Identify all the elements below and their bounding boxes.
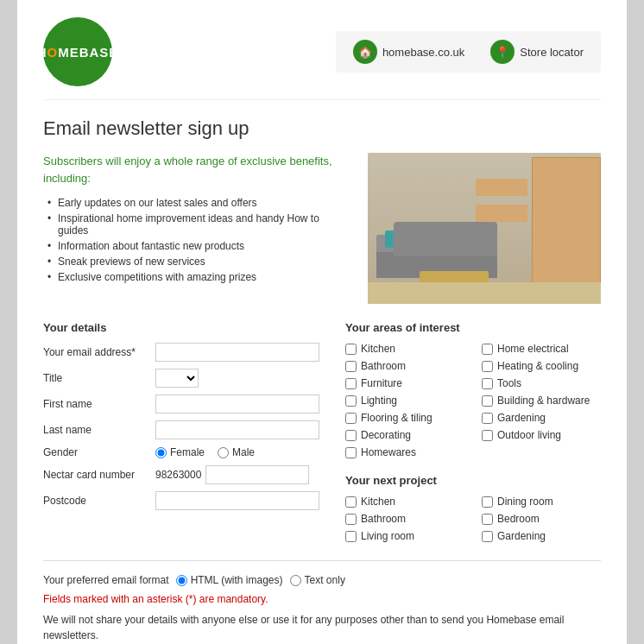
project-kitchen: Kitchen bbox=[345, 496, 464, 508]
email-label: Your email address* bbox=[43, 346, 155, 358]
html-format-radio[interactable] bbox=[176, 575, 187, 586]
email-row: Your email address* bbox=[43, 343, 319, 362]
main-content: Subscribers will enjoy a whole range of … bbox=[43, 153, 601, 321]
interest-tools: Tools bbox=[482, 377, 601, 389]
decorating-checkbox[interactable] bbox=[345, 430, 357, 441]
project-bathroom: Bathroom bbox=[345, 513, 464, 525]
flooring-label: Flooring & tiling bbox=[361, 412, 432, 424]
store-locator-icon: 📍 bbox=[490, 40, 515, 64]
home-electrical-label: Home electrical bbox=[497, 343, 569, 355]
homebase-link[interactable]: 🏠 homebase.co.uk bbox=[353, 40, 464, 64]
privacy-text: We will not share your details with anyo… bbox=[43, 612, 601, 643]
page-container: HOMEBASE 🏠 homebase.co.uk 📍 Store locato… bbox=[17, 0, 627, 644]
project-dining-label: Dining room bbox=[497, 496, 553, 508]
header: HOMEBASE 🏠 homebase.co.uk 📍 Store locato… bbox=[43, 17, 601, 100]
heating-checkbox[interactable] bbox=[482, 361, 493, 372]
interest-kitchen: Kitchen bbox=[345, 343, 464, 355]
mandatory-text: Fields marked with an asterisk (*) are m… bbox=[43, 593, 601, 605]
tools-checkbox[interactable] bbox=[482, 378, 493, 389]
project-bedroom: Bedroom bbox=[482, 513, 601, 525]
interest-bathroom: Bathroom bbox=[345, 360, 464, 372]
nectar-row: Nectar card number 98263000 bbox=[43, 465, 319, 484]
gender-male-label: Male bbox=[232, 446, 255, 458]
project-dining-checkbox[interactable] bbox=[482, 496, 493, 508]
right-section bbox=[368, 153, 601, 321]
outdoor-checkbox[interactable] bbox=[482, 430, 493, 441]
homewares-checkbox[interactable] bbox=[345, 447, 357, 458]
project-col-1: Kitchen Bathroom Living room bbox=[345, 496, 464, 547]
text-format-radio[interactable] bbox=[290, 575, 301, 586]
page-title: Email newsletter sign up bbox=[43, 117, 601, 140]
text-format-label: Text only bbox=[305, 574, 345, 586]
lastname-input[interactable] bbox=[155, 420, 319, 439]
building-checkbox[interactable] bbox=[482, 395, 493, 407]
bathroom-checkbox[interactable] bbox=[345, 361, 357, 372]
homewares-label: Homewares bbox=[361, 446, 416, 458]
your-areas-title: Your areas of interest bbox=[345, 321, 601, 334]
left-section: Subscribers will enjoy a whole range of … bbox=[43, 153, 350, 321]
project-living-room-checkbox[interactable] bbox=[345, 531, 357, 542]
lastname-row: Last name bbox=[43, 420, 319, 439]
flooring-checkbox[interactable] bbox=[345, 413, 357, 424]
your-details-section: Your details Your email address* Title M… bbox=[43, 321, 319, 547]
interest-home-electrical: Home electrical bbox=[482, 343, 601, 355]
nectar-field-group: 98263000 bbox=[155, 465, 309, 484]
tools-label: Tools bbox=[497, 377, 521, 389]
gender-male-option[interactable]: Male bbox=[218, 446, 255, 458]
project-dining: Dining room bbox=[482, 496, 601, 508]
gender-female-option[interactable]: Female bbox=[155, 446, 205, 458]
project-living-room-label: Living room bbox=[361, 530, 414, 542]
homebase-icon: 🏠 bbox=[353, 40, 377, 64]
gender-male-radio[interactable] bbox=[218, 447, 229, 458]
home-electrical-checkbox[interactable] bbox=[482, 344, 493, 355]
intro-text: Subscribers will enjoy a whole range of … bbox=[43, 153, 350, 186]
project-living-room: Living room bbox=[345, 530, 464, 542]
text-format-option[interactable]: Text only bbox=[290, 574, 345, 586]
postcode-input[interactable] bbox=[155, 491, 319, 510]
logo-text: HOMEBASE bbox=[37, 45, 119, 60]
firstname-input[interactable] bbox=[155, 395, 319, 414]
project-col-2: Dining room Bedroom Gardening bbox=[482, 496, 601, 547]
gender-female-radio[interactable] bbox=[155, 447, 167, 458]
interest-furniture: Furniture bbox=[345, 377, 464, 389]
header-links: 🏠 homebase.co.uk 📍 Store locator bbox=[336, 31, 601, 73]
email-format-row: Your preferred email format HTML (with i… bbox=[43, 574, 601, 586]
interest-outdoor: Outdoor living bbox=[482, 429, 601, 441]
lighting-label: Lighting bbox=[361, 395, 397, 407]
logo[interactable]: HOMEBASE bbox=[43, 17, 112, 86]
benefit-2: Inspirational home improvement ideas and… bbox=[47, 211, 350, 238]
nectar-prefix: 98263000 bbox=[155, 469, 201, 481]
gender-label: Gender bbox=[43, 446, 155, 458]
firstname-label: First name bbox=[43, 398, 155, 410]
gardening-label: Gardening bbox=[497, 412, 546, 424]
title-select[interactable]: Mr Mrs Ms Dr bbox=[155, 369, 199, 388]
decorating-label: Decorating bbox=[361, 429, 411, 441]
your-details-title: Your details bbox=[43, 321, 319, 334]
project-bathroom-checkbox[interactable] bbox=[345, 514, 357, 525]
benefit-3: Information about fantastic new products bbox=[47, 238, 350, 254]
gender-female-label: Female bbox=[170, 446, 205, 458]
gender-row: Gender Female Male bbox=[43, 446, 319, 458]
interest-col-2: Home electrical Heating & cooling Tools … bbox=[482, 343, 601, 464]
kitchen-checkbox[interactable] bbox=[345, 344, 357, 355]
title-label: Title bbox=[43, 372, 155, 384]
nectar-input[interactable] bbox=[205, 465, 309, 484]
interest-heating: Heating & cooling bbox=[482, 360, 601, 372]
lastname-label: Last name bbox=[43, 424, 155, 436]
benefits-list: Early updates on our latest sales and of… bbox=[43, 195, 350, 285]
project-bedroom-checkbox[interactable] bbox=[482, 514, 493, 525]
firstname-row: First name bbox=[43, 395, 319, 414]
project-bedroom-label: Bedroom bbox=[497, 513, 540, 525]
furniture-checkbox[interactable] bbox=[345, 378, 357, 389]
html-format-option[interactable]: HTML (with images) bbox=[176, 574, 283, 586]
email-input[interactable] bbox=[155, 343, 319, 362]
lighting-checkbox[interactable] bbox=[345, 395, 357, 407]
interest-col-1: Kitchen Bathroom Furniture Lighting bbox=[345, 343, 464, 464]
your-project-title: Your next project bbox=[345, 474, 601, 487]
store-locator-link[interactable]: 📍 Store locator bbox=[490, 40, 584, 64]
project-gardening: Gardening bbox=[482, 530, 601, 542]
project-kitchen-checkbox[interactable] bbox=[345, 496, 357, 508]
title-row: Title Mr Mrs Ms Dr bbox=[43, 369, 319, 388]
project-gardening-checkbox[interactable] bbox=[482, 531, 493, 542]
gardening-checkbox[interactable] bbox=[482, 413, 493, 424]
